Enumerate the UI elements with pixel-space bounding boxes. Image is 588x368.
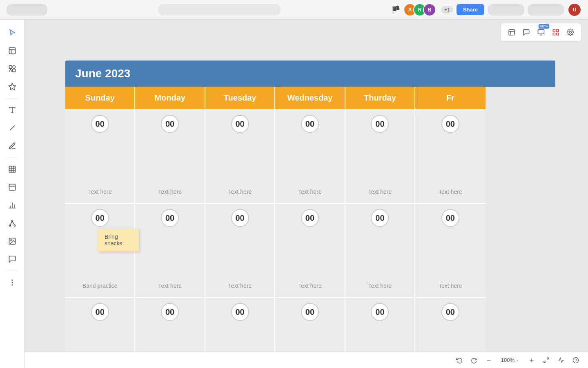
cal-cell-r3-sun[interactable]: 00 (65, 297, 135, 352)
day-header-friday: Fr (415, 87, 485, 109)
cal-cell-r2-sun[interactable]: 00 Bring snacks Band practice (65, 203, 135, 297)
right-pill-1[interactable] (488, 4, 524, 16)
sidebar-chat-icon[interactable] (4, 251, 20, 267)
cal-cell-r2-wed[interactable]: 00 Text here (275, 203, 345, 297)
sidebar-line-icon[interactable] (4, 120, 20, 136)
canvas[interactable]: June 2023 Sunday Monday Tuesday Wednesda… (24, 20, 588, 352)
day-number: 00 (371, 303, 389, 321)
cell-text: Text here (298, 188, 322, 198)
day-number: 00 (371, 115, 389, 133)
zoom-in-icon[interactable] (526, 355, 537, 366)
cell-text: Text here (228, 188, 252, 198)
sidebar-text-icon[interactable] (4, 102, 20, 118)
search-bar[interactable] (158, 4, 281, 16)
day-number: 00 (301, 115, 319, 133)
cal-cell-r3-thu[interactable]: 00 (345, 297, 415, 352)
sidebar-cursor-icon[interactable] (4, 25, 20, 41)
day-number: 00 (371, 209, 389, 227)
sidebar-pencil-icon[interactable] (4, 138, 20, 154)
cell-text: Text here (439, 188, 462, 198)
pages-icon[interactable] (505, 26, 518, 39)
svg-rect-8 (557, 33, 559, 35)
sidebar (0, 20, 24, 368)
svg-point-41 (12, 285, 13, 285)
breadcrumb[interactable] (7, 4, 47, 16)
sidebar-shapes-icon[interactable] (4, 61, 20, 77)
sidebar-star-icon[interactable] (4, 79, 20, 95)
layout-icon[interactable] (549, 26, 562, 39)
topbar-left (7, 4, 47, 16)
cal-cell-r3-fri[interactable]: 00 (415, 297, 485, 352)
day-number: 00 (441, 115, 459, 133)
svg-rect-16 (12, 69, 15, 72)
sidebar-template-icon[interactable] (4, 179, 20, 195)
cal-cell-r2-fri[interactable]: 00 Text here (415, 203, 485, 297)
topbar-center (47, 4, 391, 16)
comment-icon[interactable] (520, 26, 533, 39)
cal-cell-r1-thu[interactable]: 00 Text here (345, 109, 415, 203)
calendar-days-header: Sunday Monday Tuesday Wednesday Thurday … (65, 87, 555, 109)
help-icon[interactable] (570, 355, 581, 366)
zoom-out-icon[interactable] (483, 355, 494, 366)
avatar-3: B (423, 3, 436, 16)
day-header-sunday: Sunday (65, 87, 135, 109)
share-button[interactable]: Share (457, 4, 484, 15)
cal-cell-r2-thu[interactable]: 00 Text here (345, 203, 415, 297)
sidebar-chart-icon[interactable] (4, 197, 20, 213)
svg-line-20 (10, 126, 15, 130)
day-number: 00 (441, 303, 459, 321)
cal-cell-r1-sun[interactable]: 00 Text here (65, 109, 135, 203)
svg-rect-6 (553, 29, 555, 31)
cal-cell-r2-tue[interactable]: 00 Text here (205, 203, 275, 297)
avatar-group: A R B (403, 3, 436, 16)
sidebar-node-icon[interactable] (4, 215, 20, 231)
day-number: 00 (161, 303, 179, 321)
cell-text: Text here (368, 283, 392, 292)
svg-point-34 (14, 225, 15, 226)
cell-text: Text here (439, 283, 462, 292)
day-header-thursday: Thurday (345, 87, 415, 109)
right-pill-2[interactable] (528, 4, 564, 16)
sidebar-table-icon[interactable] (4, 161, 20, 177)
activity-icon[interactable] (555, 355, 567, 366)
sidebar-image-icon[interactable] (4, 233, 20, 249)
svg-point-38 (10, 240, 11, 241)
cal-cell-r2-mon[interactable]: 00 Text here (135, 203, 205, 297)
svg-marker-17 (9, 83, 16, 90)
fit-view-icon[interactable] (541, 355, 552, 366)
flag-icon[interactable]: 🏴 (391, 5, 400, 14)
bottombar: 100% (24, 352, 588, 368)
cal-cell-r1-mon[interactable]: 00 Text here (135, 109, 205, 203)
sidebar-more-icon[interactable] (4, 274, 20, 291)
sidebar-document-icon[interactable] (4, 43, 20, 59)
cal-cell-r3-wed[interactable]: 00 (275, 297, 345, 352)
redo-icon[interactable] (468, 355, 480, 366)
cell-text: Band practice (82, 283, 118, 292)
svg-rect-14 (9, 66, 12, 69)
present-icon[interactable]: BETA (535, 26, 548, 39)
svg-line-45 (547, 358, 549, 360)
cal-cell-r1-fri[interactable]: 00 Text here (415, 109, 485, 203)
cal-cell-r3-mon[interactable]: 00 (135, 297, 205, 352)
day-header-tuesday: Tuesday (205, 87, 275, 109)
sticky-note[interactable]: Bring snacks (98, 229, 139, 251)
day-number: 00 (91, 303, 109, 321)
cal-cell-r3-tue[interactable]: 00 (205, 297, 275, 352)
day-number: 00 (91, 115, 109, 133)
zoom-level[interactable]: 100% (498, 356, 523, 364)
settings-icon[interactable] (564, 26, 577, 39)
undo-icon[interactable] (454, 355, 465, 366)
cal-cell-r1-tue[interactable]: 00 Text here (205, 109, 275, 203)
cell-text: Text here (158, 283, 182, 292)
day-number: 00 (231, 115, 249, 133)
svg-rect-9 (553, 33, 555, 35)
svg-rect-7 (557, 29, 559, 31)
user-avatar[interactable]: U (568, 3, 581, 17)
plus-badge[interactable]: +1 (441, 6, 453, 13)
topbar: 🏴 A R B +1 Share U (0, 0, 588, 20)
svg-point-15 (12, 66, 15, 69)
day-number: 00 (441, 209, 459, 227)
cell-text: Text here (88, 188, 112, 198)
cal-cell-r1-wed[interactable]: 00 Text here (275, 109, 345, 203)
svg-rect-26 (9, 184, 15, 191)
